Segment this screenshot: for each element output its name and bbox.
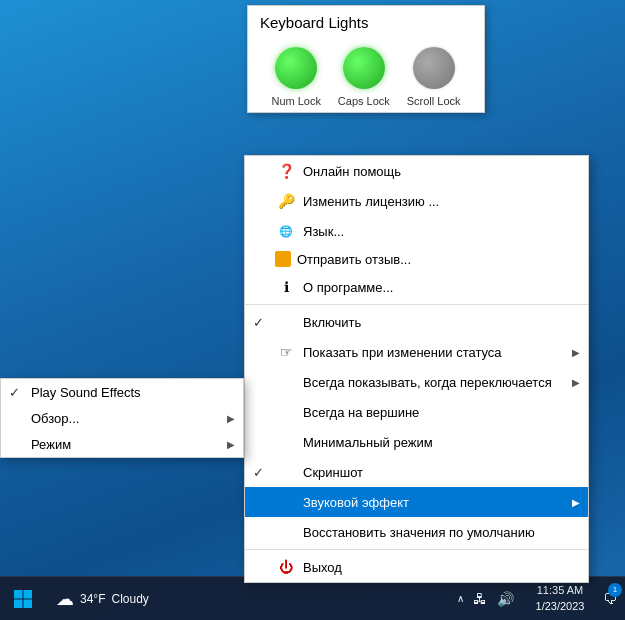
cloud-icon: ☁ xyxy=(56,588,74,610)
separator-2 xyxy=(245,549,588,550)
svg-rect-3 xyxy=(24,599,33,608)
language-icon: 🌐 xyxy=(275,221,297,241)
menu-label-enable: Включить xyxy=(303,315,580,330)
menu-label-online-help: Онлайн помощь xyxy=(303,164,580,179)
menu-label-minimal: Минимальный режим xyxy=(303,435,580,450)
num-lock-label: Num Lock xyxy=(271,95,321,107)
arrow-show-on-change: ▶ xyxy=(572,347,580,358)
menu-item-online-help[interactable]: ❓ Онлайн помощь xyxy=(245,156,588,186)
sub-menu-item-browse[interactable]: Обзор... ▶ xyxy=(1,405,243,431)
windows-logo-icon xyxy=(13,589,33,609)
online-help-icon: ❓ xyxy=(275,161,297,181)
context-menu: ❓ Онлайн помощь 🔑 Изменить лицензию ... … xyxy=(244,155,589,583)
weather-condition: Cloudy xyxy=(111,592,148,606)
start-button[interactable] xyxy=(0,577,46,621)
weather-widget[interactable]: ☁ 34°F Cloudy xyxy=(46,588,159,610)
sub-menu-item-mode[interactable]: Режим ▶ xyxy=(1,431,243,457)
desktop: Keyboard Lights Num Lock Caps Lock Scrol… xyxy=(0,0,625,620)
menu-label-screenshot: Скриншот xyxy=(303,465,580,480)
sub-context-menu: ✓ Play Sound Effects Обзор... ▶ Режим ▶ xyxy=(0,378,244,458)
menu-item-send-feedback[interactable]: Отправить отзыв... xyxy=(245,246,588,272)
caps-lock-light xyxy=(343,47,385,89)
check-screenshot: ✓ xyxy=(253,465,271,480)
clock-date: 1/23/2023 xyxy=(536,599,585,614)
system-clock[interactable]: 11:35 AM 1/23/2023 xyxy=(525,583,595,614)
menu-label-always-on-top: Всегда на вершине xyxy=(303,405,580,420)
sub-label-browse: Обзор... xyxy=(31,411,227,426)
menu-item-minimal[interactable]: Минимальный режим xyxy=(245,427,588,457)
menu-item-language[interactable]: 🌐 Язык... xyxy=(245,216,588,246)
menu-item-screenshot[interactable]: ✓ Скриншот xyxy=(245,457,588,487)
sub-arrow-mode: ▶ xyxy=(227,439,235,450)
network-icon[interactable]: 🖧 xyxy=(470,589,490,609)
menu-label-restore-defaults: Восстановить значения по умолчанию xyxy=(303,525,580,540)
menu-label-change-license: Изменить лицензию ... xyxy=(303,194,580,209)
clock-time: 11:35 AM xyxy=(537,583,583,598)
feedback-icon xyxy=(275,251,291,267)
license-icon: 🔑 xyxy=(275,191,297,211)
menu-label-show-on-change: Показать при изменении статуса xyxy=(303,345,572,360)
menu-item-sound-effect[interactable]: Звуковой эффект ▶ xyxy=(245,487,588,517)
num-lock-indicator: Num Lock xyxy=(271,47,321,107)
arrow-sound-effect: ▶ xyxy=(572,497,580,508)
svg-rect-1 xyxy=(24,590,33,599)
sub-label-mode: Режим xyxy=(31,437,227,452)
sub-check-play-sound: ✓ xyxy=(9,385,27,400)
scroll-lock-label: Scroll Lock xyxy=(407,95,461,107)
menu-item-always-on-top[interactable]: Всегда на вершине xyxy=(245,397,588,427)
check-enable: ✓ xyxy=(253,315,271,330)
exit-icon: ⏻ xyxy=(275,557,297,577)
menu-label-always-show: Всегда показывать, когда переключается xyxy=(303,375,572,390)
svg-rect-0 xyxy=(14,590,23,599)
caps-lock-label: Caps Lock xyxy=(338,95,390,107)
svg-rect-2 xyxy=(14,599,23,608)
menu-item-change-license[interactable]: 🔑 Изменить лицензию ... xyxy=(245,186,588,216)
keyboard-lights-popup: Keyboard Lights Num Lock Caps Lock Scrol… xyxy=(247,5,485,113)
menu-item-show-on-change[interactable]: ☞ Показать при изменении статуса ▶ xyxy=(245,337,588,367)
sub-arrow-browse: ▶ xyxy=(227,413,235,424)
num-lock-light xyxy=(275,47,317,89)
menu-item-restore-defaults[interactable]: Восстановить значения по умолчанию xyxy=(245,517,588,547)
menu-label-about: О программе... xyxy=(303,280,580,295)
scroll-lock-indicator: Scroll Lock xyxy=(407,47,461,107)
menu-item-exit[interactable]: ⏻ Выход xyxy=(245,552,588,582)
arrow-always-show: ▶ xyxy=(572,377,580,388)
menu-label-send-feedback: Отправить отзыв... xyxy=(297,252,580,267)
popup-title: Keyboard Lights xyxy=(248,6,484,37)
separator-1 xyxy=(245,304,588,305)
about-icon: ℹ xyxy=(275,277,297,297)
menu-item-enable[interactable]: ✓ Включить xyxy=(245,307,588,337)
tray-expand-button[interactable]: ∧ xyxy=(453,591,468,606)
sub-menu-item-play-sound[interactable]: ✓ Play Sound Effects xyxy=(1,379,243,405)
menu-item-always-show[interactable]: Всегда показывать, когда переключается ▶ xyxy=(245,367,588,397)
sub-label-play-sound: Play Sound Effects xyxy=(31,385,235,400)
tray-icons: 🖧 🔊 xyxy=(470,589,517,609)
menu-label-exit: Выход xyxy=(303,560,580,575)
temperature: 34°F xyxy=(80,592,105,606)
scroll-lock-light xyxy=(413,47,455,89)
notification-badge: 1 xyxy=(608,583,622,597)
indicators-container: Num Lock Caps Lock Scroll Lock xyxy=(248,37,484,112)
notification-center-button[interactable]: 🗨 1 xyxy=(595,577,625,621)
cursor-icon: ☞ xyxy=(275,342,297,362)
menu-label-sound-effect: Звуковой эффект xyxy=(303,495,572,510)
menu-label-language: Язык... xyxy=(303,224,580,239)
volume-icon[interactable]: 🔊 xyxy=(494,589,517,609)
caps-lock-indicator: Caps Lock xyxy=(338,47,390,107)
menu-item-about[interactable]: ℹ О программе... xyxy=(245,272,588,302)
system-tray: ∧ 🖧 🔊 xyxy=(445,589,525,609)
